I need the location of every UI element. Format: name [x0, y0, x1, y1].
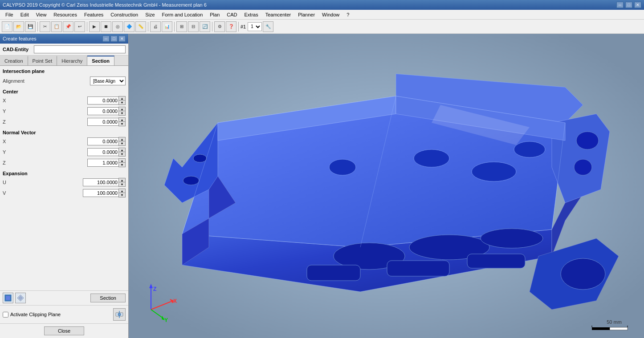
expansion-u-row: U ▲ ▼ — [3, 178, 126, 187]
tb-plan-select[interactable]: 1 — [248, 22, 262, 31]
icon-buttons-row: Section — [0, 290, 128, 305]
menu-planner[interactable]: Planner — [294, 11, 318, 18]
center-x-up[interactable]: ▲ — [119, 97, 125, 101]
center-z-down[interactable]: ▼ — [119, 122, 125, 126]
expansion-v-down[interactable]: ▼ — [119, 193, 125, 197]
dialog-maximize-button[interactable]: □ — [110, 36, 118, 42]
tb-copy[interactable]: 📋 — [51, 21, 62, 32]
tb-probe[interactable]: ◎ — [112, 21, 123, 32]
expansion-u-down[interactable]: ▼ — [119, 182, 125, 186]
expansion-v-input[interactable] — [83, 189, 118, 197]
tab-hierarchy[interactable]: Hierarchy — [57, 56, 87, 65]
tb-rotate[interactable]: 🔄 — [200, 21, 210, 32]
tb-help[interactable]: ❓ — [226, 21, 236, 32]
viewport[interactable]: Z X Y 50 mm — [129, 34, 644, 338]
normal-z-up[interactable]: ▲ — [119, 159, 125, 163]
normal-y-input[interactable] — [87, 148, 118, 156]
tb-report[interactable]: 📊 — [162, 21, 172, 32]
tb-open[interactable]: 📂 — [13, 21, 24, 32]
svg-point-24 — [576, 132, 599, 149]
center-z-row: Z ▲ ▼ — [3, 117, 126, 126]
normal-x-label: X — [3, 139, 16, 144]
tab-point-set[interactable]: Point Set — [28, 56, 57, 65]
svg-text:Z: Z — [153, 286, 156, 292]
svg-rect-30 — [467, 254, 525, 268]
close-button[interactable]: Close — [44, 326, 84, 335]
tb-run[interactable]: ▶ — [89, 21, 100, 32]
intersection-plane-header: Intersection plane — [3, 68, 126, 74]
center-y-label: Y — [3, 109, 16, 114]
activate-clipping-label: Activate Clipping Plane — [10, 312, 61, 317]
plane-front-button[interactable] — [3, 293, 13, 303]
center-z-input-wrap: ▲ ▼ — [87, 117, 126, 126]
center-y-input[interactable] — [87, 107, 118, 115]
menu-features[interactable]: Features — [81, 11, 107, 18]
center-y-up[interactable]: ▲ — [119, 107, 125, 111]
dialog-titlebar-controls: ─ □ ✕ — [102, 36, 126, 42]
normal-x-down[interactable]: ▼ — [119, 141, 125, 145]
tb-execute[interactable]: 🔧 — [263, 21, 273, 32]
center-z-up[interactable]: ▲ — [119, 118, 125, 122]
tb-settings[interactable]: ⚙ — [214, 21, 225, 32]
menu-form-location[interactable]: Form and Location — [159, 11, 207, 18]
tb-cad[interactable]: 🔷 — [124, 21, 135, 32]
menu-extras[interactable]: Extras — [241, 11, 262, 18]
center-x-down[interactable]: ▼ — [119, 101, 125, 105]
tb-save[interactable]: 💾 — [25, 21, 36, 32]
normal-y-row: Y ▲ ▼ — [3, 148, 126, 157]
alignment-select[interactable]: [Base Align — [90, 76, 126, 85]
menu-construction[interactable]: Construction — [107, 11, 142, 18]
center-z-input[interactable] — [87, 118, 118, 126]
tb-paste[interactable]: 📌 — [63, 21, 73, 32]
menu-window[interactable]: Window — [318, 11, 343, 18]
expansion-u-input[interactable] — [83, 178, 118, 186]
menu-help[interactable]: ? — [343, 11, 353, 18]
menu-cad[interactable]: CAD — [223, 11, 240, 18]
menu-file[interactable]: File — [2, 11, 17, 18]
clipping-icon-button[interactable] — [113, 308, 126, 321]
close-window-button[interactable]: ✕ — [634, 2, 641, 8]
center-group-label: Center — [3, 89, 126, 94]
section-button[interactable]: Section — [90, 294, 126, 302]
toolbar: 📄 📂 💾 ✂ 📋 📌 ↩ ▶ ⏹ ◎ 🔷 📏 🖨 📊 ⊞ ⊟ 🔄 ⚙ ❓ #1… — [0, 20, 644, 34]
menu-view[interactable]: View — [33, 11, 50, 18]
center-y-down[interactable]: ▼ — [119, 111, 125, 115]
menu-plan[interactable]: Plan — [206, 11, 223, 18]
dialog-titlebar: Create features ─ □ ✕ — [0, 34, 128, 44]
tb-print[interactable]: 🖨 — [150, 21, 161, 32]
center-z-label: Z — [3, 119, 16, 125]
tb-measure[interactable]: 📏 — [135, 21, 146, 32]
svg-point-15 — [481, 229, 543, 248]
maximize-button[interactable]: □ — [625, 2, 632, 8]
menu-resources[interactable]: Resources — [50, 11, 81, 18]
svg-rect-46 — [592, 327, 610, 330]
center-x-input[interactable] — [87, 97, 118, 105]
svg-rect-1 — [6, 296, 10, 300]
tab-creation[interactable]: Creation — [0, 56, 28, 65]
plane-side-button[interactable] — [15, 293, 26, 303]
tb-view1[interactable]: ⊞ — [176, 21, 187, 32]
menu-edit[interactable]: Edit — [17, 11, 33, 18]
activate-clipping-checkbox[interactable] — [3, 312, 8, 318]
normal-y-down[interactable]: ▼ — [119, 152, 125, 156]
tb-undo[interactable]: ↩ — [74, 21, 85, 32]
normal-y-up[interactable]: ▲ — [119, 148, 125, 152]
normal-x-input[interactable] — [87, 137, 118, 145]
normal-z-input[interactable] — [87, 159, 118, 167]
tb-view2[interactable]: ⊟ — [188, 21, 199, 32]
tb-stop[interactable]: ⏹ — [101, 21, 111, 32]
normal-z-down[interactable]: ▼ — [119, 163, 125, 167]
normal-x-up[interactable]: ▲ — [119, 137, 125, 141]
cad-entity-input[interactable] — [34, 45, 126, 53]
menu-teamcenter[interactable]: Teamcenter — [262, 11, 294, 18]
minimize-button[interactable]: ─ — [616, 2, 624, 8]
dialog-minimize-button[interactable]: ─ — [102, 36, 110, 42]
tb-cut[interactable]: ✂ — [40, 21, 50, 32]
tab-section[interactable]: Section — [87, 56, 114, 65]
tb-new[interactable]: 📄 — [2, 21, 12, 32]
expansion-u-up[interactable]: ▲ — [119, 178, 125, 182]
dialog-close-button[interactable]: ✕ — [118, 36, 126, 42]
expansion-v-up[interactable]: ▲ — [119, 189, 125, 193]
menu-size[interactable]: Size — [142, 11, 158, 18]
center-y-input-wrap: ▲ ▼ — [87, 107, 126, 116]
